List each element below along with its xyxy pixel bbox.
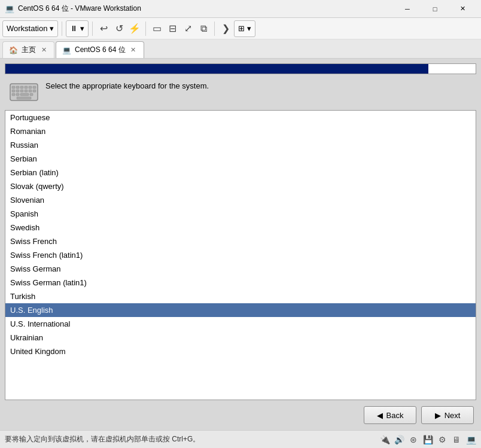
list-item[interactable]: Serbian <box>5 152 476 166</box>
list-item[interactable]: Slovenian <box>5 193 476 207</box>
svg-rect-8 <box>16 90 19 92</box>
home-tab-label: 主页 <box>22 45 36 55</box>
keyboard-icon <box>10 80 38 104</box>
status-sound-icon[interactable]: 🔊 <box>394 434 404 445</box>
svg-rect-2 <box>16 86 19 89</box>
svg-rect-7 <box>12 90 15 92</box>
list-item[interactable]: Turkish <box>5 289 476 303</box>
title-bar: 💻 CentOS 6 64 位 - VMware Workstation ─ □… <box>0 0 481 18</box>
menu-bar: Workstation ▾ ⏸ ▾ ↩ ↺ ⚡ ▭ ⊟ ⤢ ⧉ ❯ ⊞ ▾ <box>0 18 481 39</box>
list-item[interactable]: Slovak (qwerty) <box>5 179 476 193</box>
list-item[interactable]: Swiss German <box>5 262 476 276</box>
tab-bar: 🏠 主页 ✕ 💻 CentOS 6 64 位 ✕ <box>0 39 481 59</box>
status-hdd-icon[interactable]: 💾 <box>422 434 433 445</box>
keyboard-description: Select the appropriate keyboard for the … <box>45 80 209 92</box>
window-controls: ─ □ ✕ <box>394 0 476 18</box>
dual-screen-icon[interactable]: ⊟ <box>165 22 179 36</box>
list-item[interactable]: Russian <box>5 138 476 152</box>
home-tab-icon: 🏠 <box>9 46 18 54</box>
view-btn[interactable]: ⊞ ▾ <box>234 20 255 37</box>
list-item[interactable]: Swedish <box>5 221 476 234</box>
back-label: Back <box>386 411 404 420</box>
progress-area <box>0 59 481 74</box>
pause-dropdown-icon: ▾ <box>80 24 84 33</box>
stretch-icon[interactable]: ⤢ <box>181 22 195 36</box>
svg-rect-16 <box>30 93 33 96</box>
home-tab-close[interactable]: ✕ <box>39 46 48 54</box>
snapshot-icon[interactable]: ↩ <box>96 22 111 36</box>
unity-icon[interactable]: ⧉ <box>196 22 211 36</box>
close-button[interactable]: ✕ <box>449 0 476 18</box>
list-item[interactable]: Serbian (latin) <box>5 166 476 179</box>
button-area: ◀ Back ▶ Next <box>0 400 481 430</box>
next-label: Next <box>445 411 461 420</box>
svg-rect-11 <box>29 90 32 92</box>
minimize-button[interactable]: ─ <box>394 0 421 18</box>
tab-centos[interactable]: 💻 CentOS 6 64 位 ✕ <box>56 41 144 58</box>
status-usb-icon[interactable]: ⊛ <box>408 434 419 445</box>
keyboard-section: Select the appropriate keyboard for the … <box>0 74 481 110</box>
separator-1 <box>62 22 62 36</box>
single-screen-icon[interactable]: ▭ <box>150 22 164 36</box>
status-icons: 🔌 🔊 ⊛ 💾 ⚙ 🖥 💻 <box>379 434 476 445</box>
separator-2 <box>92 22 93 36</box>
view-dropdown-icon: ▾ <box>247 24 251 33</box>
language-list-container[interactable]: PortugueseRomanianRussianSerbianSerbian … <box>5 110 476 400</box>
svg-rect-10 <box>25 90 28 92</box>
tab-home[interactable]: 🏠 主页 ✕ <box>2 41 54 58</box>
svg-rect-14 <box>16 93 19 96</box>
back-button[interactable]: ◀ Back <box>364 406 416 424</box>
separator-3 <box>145 22 146 36</box>
svg-rect-1 <box>12 86 15 89</box>
status-bar: 要将输入定向到该虚拟机，请在虚拟机内部单击或按 Ctrl+G。 🔌 🔊 ⊛ 💾 … <box>0 430 481 448</box>
svg-rect-6 <box>33 86 36 89</box>
pause-button[interactable]: ⏸ ▾ <box>66 20 89 37</box>
workstation-label: Workstation <box>7 24 47 33</box>
centos-tab-icon: 💻 <box>62 46 71 54</box>
maximize-button[interactable]: □ <box>421 0 449 18</box>
svg-rect-15 <box>20 93 29 96</box>
list-item[interactable]: Swiss French <box>5 234 476 248</box>
centos-tab-close[interactable]: ✕ <box>129 46 138 54</box>
svg-rect-17 <box>17 97 31 99</box>
list-item[interactable]: United Kingdom <box>5 345 476 358</box>
workstation-dropdown-icon: ▾ <box>50 24 54 33</box>
next-arrow-icon: ▶ <box>435 411 441 420</box>
status-text: 要将输入定向到该虚拟机，请在虚拟机内部单击或按 Ctrl+G。 <box>5 434 375 444</box>
window-title: CentOS 6 64 位 - VMware Workstation <box>18 4 394 14</box>
list-item[interactable]: Romanian <box>5 124 476 138</box>
svg-rect-9 <box>20 90 23 92</box>
back-arrow-icon: ◀ <box>377 411 383 420</box>
separator-4 <box>214 22 215 36</box>
status-vm-icon[interactable]: 💻 <box>465 434 476 445</box>
list-item[interactable]: Portuguese <box>5 111 476 124</box>
svg-rect-5 <box>29 86 32 89</box>
list-item[interactable]: Swiss German (latin1) <box>5 276 476 289</box>
progress-bar-container <box>5 63 476 74</box>
workstation-menu[interactable]: Workstation ▾ <box>2 20 58 37</box>
svg-rect-3 <box>20 86 23 89</box>
svg-rect-12 <box>33 90 36 92</box>
svg-rect-4 <box>25 86 28 89</box>
list-item[interactable]: Spanish <box>5 207 476 221</box>
view-icon: ⊞ <box>238 24 245 33</box>
keyboard-svg <box>10 81 38 103</box>
list-item[interactable]: U.S. English <box>5 303 476 317</box>
centos-tab-label: CentOS 6 64 位 <box>75 45 126 55</box>
progress-bar-fill <box>5 64 428 74</box>
next-button[interactable]: ▶ Next <box>421 406 474 424</box>
language-list[interactable]: PortugueseRomanianRussianSerbianSerbian … <box>5 111 476 400</box>
status-network-icon[interactable]: 🔌 <box>379 434 390 445</box>
list-item[interactable]: U.S. International <box>5 317 476 331</box>
app-icon: 💻 <box>5 4 14 14</box>
status-display-icon[interactable]: 🖥 <box>451 434 462 445</box>
main-content: Select the appropriate keyboard for the … <box>0 59 481 430</box>
list-item[interactable]: Swiss French (latin1) <box>5 248 476 262</box>
list-item[interactable]: Ukrainian <box>5 331 476 345</box>
revert-icon[interactable]: ↺ <box>112 22 126 36</box>
pause-icon: ⏸ <box>70 24 78 33</box>
power-icon[interactable]: ⚡ <box>127 22 142 36</box>
status-settings-icon[interactable]: ⚙ <box>437 434 447 445</box>
console-icon[interactable]: ❯ <box>218 22 233 36</box>
svg-rect-13 <box>12 93 15 96</box>
